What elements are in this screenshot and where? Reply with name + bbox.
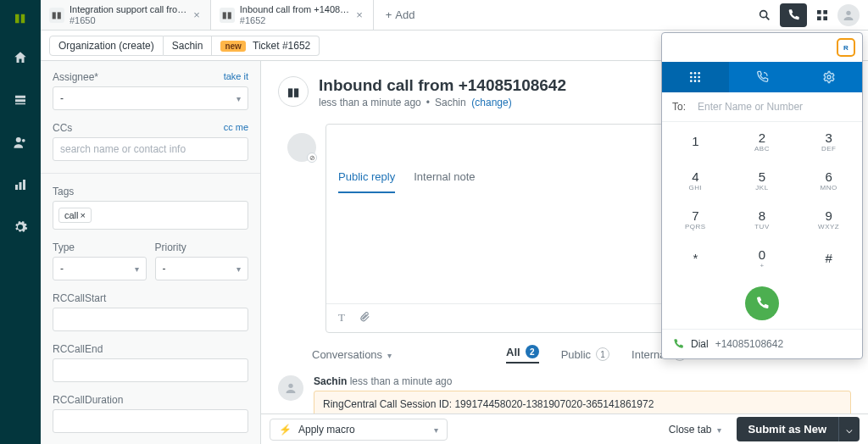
tab-public-reply[interactable]: Public reply [338,162,395,193]
keypad-7[interactable]: 7PQRS [662,200,729,239]
close-tab-button[interactable]: Close tab [662,424,728,436]
rccallend-input[interactable] [53,358,248,382]
rccallduration-input[interactable] [53,409,248,433]
priority-select[interactable]: - [155,257,249,280]
dialer-to-label: To: [672,101,686,113]
submit-menu-button[interactable]: ⌵ [838,417,860,441]
ticket-title: Inbound call from +14085108642 [319,76,566,95]
event-item: Sachin less than a minute ago RingCentra… [278,375,851,413]
svg-rect-14 [817,16,821,20]
keypad-0[interactable]: 0+ [729,239,796,278]
event-avatar [278,375,303,401]
phone-app-button[interactable] [780,3,807,27]
svg-line-11 [766,16,770,19]
call-button[interactable] [745,286,779,320]
assignee-label: Assignee* [53,71,98,83]
svg-point-17 [288,384,292,388]
change-requester-link[interactable]: (change) [471,97,511,108]
nav-views[interactable] [0,81,41,119]
conv-all-count: 2 [526,345,539,358]
nav-admin[interactable] [0,208,41,246]
tab-internal-note[interactable]: Internal note [414,162,475,193]
conv-tab-all[interactable]: All2 [506,345,539,364]
tab-sub: #1650 [70,15,186,25]
dialer-tab-settings[interactable] [795,62,862,92]
text-format-icon[interactable]: T [338,311,345,325]
assignee-select[interactable]: - [53,86,248,110]
tab-sub: #1652 [240,15,349,25]
nav-rail [0,0,41,444]
keypad-2[interactable]: 2ABC [729,122,796,161]
take-it-link[interactable]: take it [224,71,248,83]
tag-chip[interactable]: call × [58,208,92,223]
ticket-sidebar: Assignee*take it - CCscc me Tags call × … [41,61,261,444]
svg-point-16 [846,10,850,14]
conversations-dropdown[interactable]: Conversations [312,348,392,361]
type-select[interactable]: - [53,257,147,280]
svg-rect-15 [823,16,827,20]
chevron-down-icon [717,424,721,436]
nav-home[interactable] [0,39,41,76]
keypad-4[interactable]: 4GHI [662,161,729,200]
dial-number: +14085108642 [715,338,783,350]
brand-logo[interactable] [0,3,41,34]
remove-tag-icon[interactable]: × [81,210,86,220]
svg-point-22 [694,76,697,79]
svg-point-27 [827,75,831,79]
keypad-6[interactable]: 6MNO [795,161,862,200]
tab-ticket-1652[interactable]: ▮▮ Inbound call from +1408… #1652 × [211,0,374,30]
keypad-9[interactable]: 9WXYZ [795,200,862,239]
svg-point-10 [760,10,767,17]
svg-rect-4 [15,103,25,105]
svg-point-19 [694,72,697,75]
submit-button[interactable]: Submit as New [737,417,838,441]
tab-title: Inbound call from +1408… [240,4,349,14]
event-author: Sachin [314,375,347,387]
ccs-label: CCs [53,122,72,134]
dial-suggestion[interactable]: Dial +14085108642 [662,329,862,358]
keypad-1[interactable]: 1 [662,122,729,161]
tag-chip-label: call [64,210,79,220]
ccs-input[interactable] [53,137,248,161]
svg-rect-3 [15,99,25,102]
nav-reports[interactable] [0,166,41,203]
keypad-#[interactable]: # [795,239,862,278]
cc-me-link[interactable]: cc me [224,122,248,134]
svg-point-5 [16,137,21,142]
type-value: - [60,263,64,275]
dialer-tab-keypad[interactable] [662,62,729,92]
tab-ticket-1650[interactable]: ▮▮ Integration support call fro… #1650 × [41,0,211,30]
dialer-to-input[interactable] [698,101,852,113]
profile-avatar[interactable] [837,4,860,26]
tab-strip: ▮▮ Integration support call fro… #1650 ×… [41,0,868,31]
ticket-icon: ▮▮ [220,8,235,23]
svg-point-25 [694,80,697,82]
search-button[interactable] [751,3,778,27]
crumb-ticket[interactable]: new Ticket #1652 [212,36,320,56]
attachment-icon[interactable] [359,311,370,325]
ticket-via-user: Sachin [435,97,466,108]
add-tab-button[interactable]: + Add [374,0,427,30]
close-icon[interactable]: × [354,8,364,21]
conv-tab-public[interactable]: Public1 [561,347,609,361]
keypad-8[interactable]: 8TUV [729,200,796,239]
close-icon[interactable]: × [192,8,202,21]
add-tab-label: Add [395,8,415,21]
keypad-5[interactable]: 5JKL [729,161,796,200]
nav-customers[interactable] [0,124,41,161]
svg-point-24 [690,80,693,82]
keypad-3[interactable]: 3DEF [795,122,862,161]
event-message: RingCentral Call Session ID: 19917445802… [314,391,851,413]
apps-button[interactable] [809,3,836,27]
dialer-tab-calls[interactable] [729,62,796,92]
rccallstart-input[interactable] [53,308,248,331]
dialer-keypad: 12ABC3DEF4GHI5JKL6MNO7PQRS8TUV9WXYZ*0+# [662,122,862,278]
svg-point-18 [690,72,693,75]
crumb-org[interactable]: Organization (create) [49,36,164,56]
apply-macro-button[interactable]: ⚡ Apply macro [270,419,448,441]
keypad-*[interactable]: * [662,239,729,278]
crumb-user[interactable]: Sachin [164,36,213,56]
priority-value: - [163,263,166,275]
status-badge: new [220,41,245,52]
svg-point-6 [22,139,25,142]
